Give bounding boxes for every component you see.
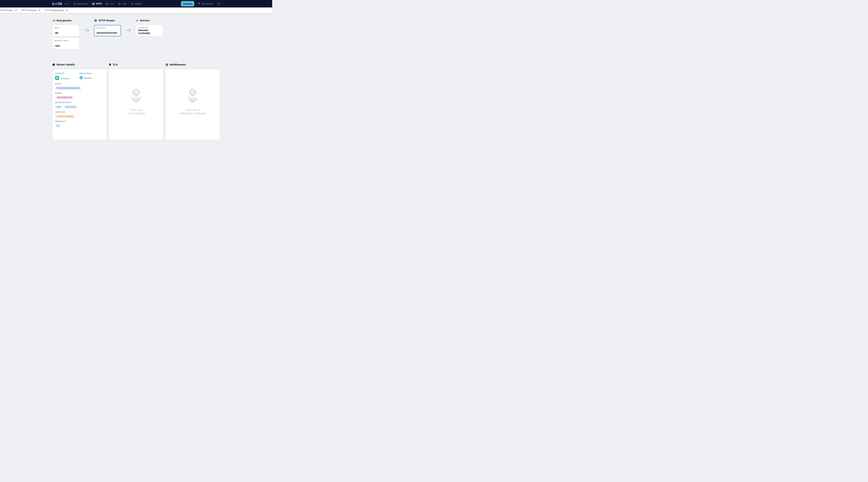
app-root: træfik 3.3.6 Dashboard HTTP TCP bbox=[0, 0, 272, 140]
help-icon: ? bbox=[217, 2, 220, 5]
empty-line: There is no bbox=[128, 108, 145, 112]
logo-text-post: fik bbox=[58, 2, 62, 6]
nav-item-plugins[interactable]: Plugins bbox=[131, 2, 142, 5]
provider-label: PROVIDER bbox=[80, 72, 104, 74]
nav-item-http[interactable]: HTTP bbox=[92, 2, 102, 5]
empty-layers-icon bbox=[130, 89, 142, 104]
middlewares-card: There are no Middlewares configured bbox=[165, 69, 220, 140]
entrypoints-label: ENTRYPOINTS bbox=[55, 101, 104, 103]
tab-http-middlewares[interactable]: HTTP Middlewares 2 bbox=[45, 9, 68, 12]
status-value: Success bbox=[61, 77, 70, 80]
entrypoint-card-label: WEB bbox=[55, 27, 77, 29]
version-label: 3.3.6 bbox=[64, 3, 69, 5]
section-title-text: TLS bbox=[113, 63, 118, 66]
flow-section: Entrypoints HTTP Router Service WEB :80 … bbox=[52, 19, 220, 49]
logo-text-pre: tr bbox=[52, 2, 55, 6]
globe-icon bbox=[92, 2, 95, 5]
service-label: SERVICE bbox=[55, 111, 104, 113]
nav-item-dashboard[interactable]: Dashboard bbox=[73, 2, 88, 5]
entrypoints-field: ENTRYPOINTS web websecure bbox=[55, 101, 104, 109]
service-section-title: Service bbox=[136, 19, 163, 22]
arrow-right-icon bbox=[84, 28, 90, 33]
entrypoint-card-label: WEBSECURE bbox=[55, 39, 77, 41]
sub-navbar: HTTP Routers 3 HTTP Services 4 HTTP Midd… bbox=[0, 7, 272, 13]
rule-badge: Host(`whoami.localhost`) bbox=[55, 87, 82, 90]
service-card-value: whoami-xxsheddy bbox=[138, 29, 161, 35]
main-nav: Dashboard HTTP TCP UDP Plugins bbox=[73, 2, 142, 5]
router-details-title: Router Details bbox=[52, 63, 107, 66]
count-badge: 4 bbox=[38, 9, 41, 12]
flow-head-gap bbox=[121, 19, 136, 22]
middlewares-panel: Middlewares bbox=[165, 63, 220, 140]
section-title-text: HTTP Router bbox=[98, 19, 115, 22]
shield-icon bbox=[109, 63, 111, 66]
empty-layers-icon bbox=[186, 89, 199, 104]
plugins-icon bbox=[131, 2, 133, 5]
nav-item-label: TCP bbox=[110, 2, 114, 5]
provider-field: PROVIDER Docker bbox=[80, 72, 104, 81]
tab-label: HTTP Routers bbox=[0, 9, 13, 12]
entrypoint-cards: WEB :80 WEBSECURE :443 bbox=[52, 25, 79, 49]
router-card-value: whoami@docker bbox=[96, 31, 119, 34]
status-field: STATUS Success bbox=[55, 72, 80, 81]
tls-card: There is no TLS configured bbox=[109, 69, 163, 140]
service-badge: whoami-xxsheddy bbox=[55, 115, 75, 118]
tls-panel: TLS bbox=[109, 63, 163, 140]
entrypoint-card-value: :443 bbox=[55, 44, 77, 47]
nav-item-label: HTTP bbox=[96, 2, 102, 5]
count-badge: 2 bbox=[65, 9, 68, 12]
login-arrow-icon bbox=[52, 19, 55, 22]
traefik-logo[interactable]: træfik bbox=[52, 2, 62, 6]
tls-title: TLS bbox=[109, 63, 163, 66]
tcp-icon bbox=[106, 2, 108, 5]
entrypoint-card-value: :80 bbox=[55, 31, 77, 34]
nav-item-udp[interactable]: UDP bbox=[118, 2, 127, 5]
name-label: NAME bbox=[55, 92, 104, 94]
service-card[interactable]: SERVICE whoami-xxsheddy bbox=[136, 25, 163, 36]
tls-empty-message: There is no TLS configured bbox=[128, 108, 145, 115]
docker-icon bbox=[80, 76, 83, 80]
help-button[interactable]: ? bbox=[217, 2, 220, 5]
upgrade-button[interactable]: Upgrade bbox=[181, 1, 194, 6]
nav-item-label: Dashboard bbox=[77, 2, 88, 5]
info-icon bbox=[52, 63, 55, 66]
empty-line: There are no bbox=[179, 108, 206, 112]
name-badge: whoami@docker bbox=[55, 96, 74, 99]
layers-icon bbox=[165, 63, 168, 66]
priority-field: PRIORITY 24 bbox=[55, 121, 104, 128]
section-title-text: Middlewares bbox=[170, 63, 186, 66]
globe-icon bbox=[94, 19, 97, 22]
middlewares-title: Middlewares bbox=[165, 63, 220, 66]
rule-label: RULE bbox=[55, 83, 104, 85]
udp-icon bbox=[118, 2, 121, 5]
tab-label: HTTP Middlewares bbox=[45, 9, 64, 12]
tab-http-services[interactable]: HTTP Services 4 bbox=[22, 9, 41, 12]
logo-text-ae: æ bbox=[55, 2, 58, 6]
tab-http-routers[interactable]: HTTP Routers 3 bbox=[0, 9, 18, 12]
section-title-text: Entrypoints bbox=[57, 19, 71, 22]
router-card-label: ROUTER bbox=[96, 27, 119, 29]
provider-value: Docker bbox=[85, 77, 92, 79]
empty-line: Middlewares configured bbox=[179, 112, 206, 115]
entrypoint-badge-web: web bbox=[55, 105, 62, 109]
router-card[interactable]: ROUTER whoami@docker bbox=[94, 25, 121, 36]
entrypoint-card-websecure: WEBSECURE :443 bbox=[52, 38, 79, 49]
theme-toggle[interactable]: Dark theme bbox=[198, 2, 213, 5]
name-field: NAME whoami@docker bbox=[55, 92, 104, 99]
flow-arrow-2 bbox=[121, 25, 136, 36]
entrypoints-section-title: Entrypoints bbox=[52, 19, 79, 22]
router-details-card: STATUS Success PROVIDER Docke bbox=[52, 69, 107, 140]
entrypoint-card-web: WEB :80 bbox=[52, 25, 79, 36]
count-badge: 3 bbox=[14, 9, 18, 12]
entrypoint-badge-websecure: websecure bbox=[64, 105, 77, 109]
http-router-section-title: HTTP Router bbox=[94, 19, 121, 22]
rule-field: RULE Host(`whoami.localhost`) bbox=[55, 83, 104, 90]
nav-item-tcp[interactable]: TCP bbox=[106, 2, 114, 5]
theme-toggle-label: Dark theme bbox=[202, 2, 213, 5]
nav-item-label: Plugins bbox=[134, 2, 142, 5]
status-provider-row: STATUS Success PROVIDER Docke bbox=[55, 72, 104, 81]
home-icon bbox=[73, 2, 76, 5]
priority-label: PRIORITY bbox=[55, 121, 104, 122]
router-details-panel: Router Details STATUS Success bbox=[52, 63, 107, 140]
top-navbar: træfik 3.3.6 Dashboard HTTP TCP bbox=[0, 0, 272, 7]
